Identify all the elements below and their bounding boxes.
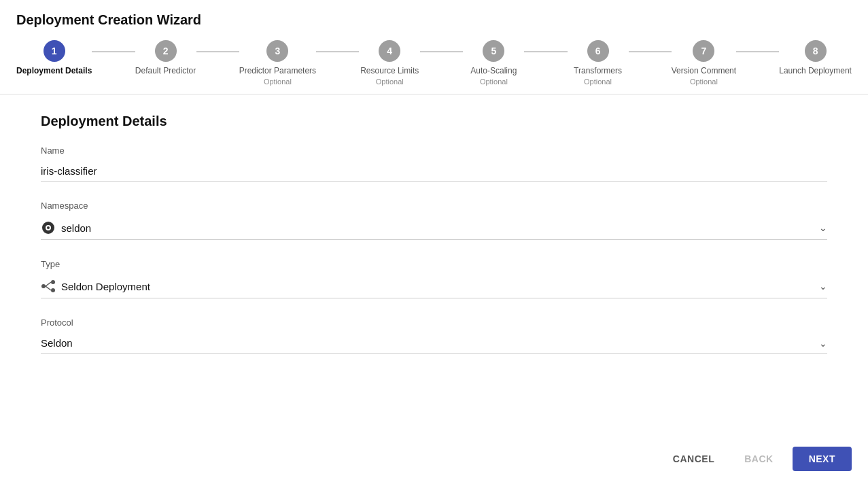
protocol-select-left: Seldon [41, 337, 73, 349]
type-label: Type [41, 259, 827, 269]
step-circle-5: 5 [483, 40, 504, 62]
svg-line-7 [46, 286, 51, 290]
name-field-group: Name [41, 145, 827, 182]
step-circle-3: 3 [266, 40, 288, 62]
step-5[interactable]: 5 Auto-ScalingOptional [463, 40, 524, 87]
step-line-4-5 [420, 51, 463, 52]
namespace-label: Namespace [41, 201, 827, 211]
step-label-8: Launch Deployment [779, 66, 852, 77]
wizard-header: Deployment Creation Wizard 1 Deployment … [0, 0, 868, 94]
step-2[interactable]: 2 Default Predictor [135, 40, 196, 77]
step-line-5-6 [524, 51, 567, 52]
step-4[interactable]: 4 Resource LimitsOptional [359, 40, 420, 87]
namespace-chevron-icon: ⌄ [819, 222, 827, 233]
step-line-7-8 [736, 51, 779, 52]
step-circle-6: 6 [587, 40, 609, 62]
type-select-left: Seldon Deployment [41, 279, 150, 294]
namespace-field-group: Namespace seldon ⌄ [41, 201, 827, 240]
step-circle-7: 7 [693, 40, 714, 62]
namespace-select-left: seldon [41, 220, 91, 235]
steps-bar: 1 Deployment Details 2 Default Predictor… [16, 40, 852, 94]
step-line-2-3 [196, 51, 239, 52]
step-circle-2: 2 [155, 40, 177, 62]
step-label-5: Auto-ScalingOptional [470, 66, 517, 87]
step-label-4: Resource LimitsOptional [360, 66, 419, 87]
step-line-6-7 [629, 51, 672, 52]
step-line-1-2 [92, 51, 135, 52]
step-1[interactable]: 1 Deployment Details [16, 40, 92, 77]
step-3[interactable]: 3 Predictor ParametersOptional [239, 40, 316, 87]
step-label-1: Deployment Details [16, 66, 92, 77]
type-value: Seldon Deployment [61, 281, 150, 292]
step-circle-4: 4 [379, 40, 400, 62]
namespace-icon [41, 220, 56, 235]
section-title: Deployment Details [41, 114, 827, 129]
step-circle-1: 1 [44, 40, 65, 62]
protocol-value: Seldon [41, 337, 73, 349]
step-7[interactable]: 7 Version CommentOptional [672, 40, 736, 87]
wizard-title: Deployment Creation Wizard [16, 12, 852, 28]
protocol-select[interactable]: Seldon ⌄ [41, 333, 827, 354]
type-icon [41, 279, 56, 294]
main-content: Deployment Details Name Namespace seldon… [0, 94, 868, 392]
namespace-select[interactable]: seldon ⌄ [41, 216, 827, 240]
cancel-button[interactable]: CANCEL [662, 448, 725, 470]
next-button[interactable]: NEXT [793, 447, 852, 471]
step-6[interactable]: 6 TransformersOptional [568, 40, 629, 87]
svg-point-4 [51, 280, 55, 284]
step-8[interactable]: 8 Launch Deployment [779, 40, 852, 77]
step-line-3-4 [316, 51, 359, 52]
protocol-chevron-icon: ⌄ [819, 338, 827, 349]
back-button[interactable]: BACK [733, 448, 784, 470]
step-label-3: Predictor ParametersOptional [239, 66, 316, 87]
namespace-value: seldon [61, 222, 91, 234]
step-label-6: TransformersOptional [574, 66, 622, 87]
svg-line-6 [46, 282, 51, 286]
svg-point-2 [47, 226, 50, 229]
name-input[interactable] [41, 161, 827, 182]
step-label-2: Default Predictor [135, 66, 196, 77]
type-chevron-icon: ⌄ [819, 281, 827, 292]
svg-point-3 [41, 284, 46, 288]
type-select[interactable]: Seldon Deployment ⌄ [41, 275, 827, 298]
protocol-label: Protocol [41, 317, 827, 328]
name-label: Name [41, 145, 827, 156]
footer: CANCEL BACK NEXT [0, 436, 868, 482]
step-label-7: Version CommentOptional [672, 66, 736, 87]
type-field-group: Type Seldon Deployment ⌄ [41, 259, 827, 298]
protocol-field-group: Protocol Seldon ⌄ [41, 317, 827, 354]
svg-point-5 [51, 288, 55, 292]
step-circle-8: 8 [805, 40, 827, 62]
